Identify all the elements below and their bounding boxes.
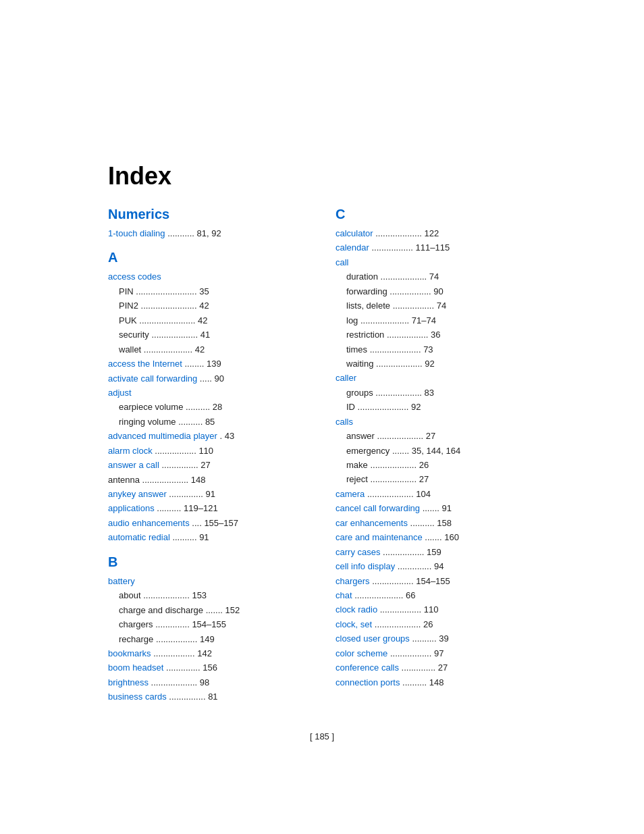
- entry-label: business cards: [108, 692, 167, 702]
- entry-page: 110: [198, 446, 213, 456]
- entry-label: closed user groups: [336, 633, 410, 644]
- list-item: reject ................... 27: [336, 472, 536, 486]
- entry-dots: ...................: [149, 330, 200, 340]
- entry-label: answer: [346, 431, 375, 441]
- content-area: Index Numerics1-touch dialing ..........…: [0, 0, 644, 796]
- entry-dots: ..........: [410, 633, 439, 644]
- list-item: alarm clock ................. 110: [108, 444, 308, 458]
- entry-label: security: [119, 330, 149, 340]
- list-item: make ................... 26: [336, 458, 536, 472]
- entry-page: 35: [199, 286, 209, 296]
- list-item: conference calls .............. 27: [336, 660, 536, 675]
- entry-dots: ..........: [155, 503, 184, 513]
- entry-page: 92: [425, 359, 434, 369]
- entry-dots: ...................: [368, 474, 419, 484]
- entry-label: clock radio: [336, 604, 377, 615]
- entry-label: times: [346, 344, 367, 355]
- list-item: ringing volume .......... 85: [108, 415, 308, 429]
- list-item: anykey answer .............. 91: [108, 487, 308, 501]
- entry-dots: ...................: [141, 590, 192, 600]
- entry-page: 83: [425, 388, 434, 398]
- entry-dots: ..........: [183, 402, 212, 412]
- list-item: antenna ................... 148: [108, 473, 308, 487]
- entry-dots: ....................: [358, 315, 411, 325]
- entry-dots: .................: [390, 301, 437, 311]
- list-item: access the Internet ........ 139: [108, 357, 308, 371]
- entry-label: chargers: [119, 619, 153, 629]
- entry-label: about: [119, 590, 141, 600]
- entry-label: calculator: [336, 228, 373, 238]
- entry-dots: ..........: [408, 518, 437, 528]
- entry-label: carry cases: [336, 547, 380, 557]
- list-item: earpiece volume .......... 28: [108, 400, 308, 414]
- entry-dots: ...................: [140, 475, 191, 485]
- entry-dots: ..........: [170, 532, 199, 542]
- entry-label: groups: [346, 388, 373, 398]
- entry-label: car enhancements: [336, 518, 408, 528]
- list-item: camera ................... 104: [336, 487, 536, 501]
- entry-page: 43: [225, 431, 234, 441]
- list-item: recharge ................. 149: [108, 632, 308, 646]
- list-item: duration ................... 74: [336, 269, 536, 284]
- entry-page: 98: [200, 677, 209, 687]
- entry-dots: ....: [190, 518, 205, 528]
- list-item: cancel call forwarding ....... 91: [336, 501, 536, 515]
- list-item: caller: [336, 371, 536, 385]
- index-columns: Numerics1-touch dialing ........... 81, …: [108, 207, 536, 704]
- list-item: answer a call ............... 27: [108, 458, 308, 472]
- list-item: closed user groups .......... 39: [336, 631, 536, 646]
- entry-page: 91: [206, 489, 215, 499]
- list-item: about ................... 153: [108, 588, 308, 602]
- entry-label: advanced multimedia player: [108, 431, 217, 441]
- entry-dots: ..............: [399, 662, 438, 673]
- list-item: carry cases ................. 159: [336, 545, 536, 559]
- entry-page: 142: [197, 648, 212, 658]
- entry-label: ID: [346, 402, 355, 412]
- entry-page: 148: [191, 475, 206, 485]
- entry-label: forwarding: [346, 286, 387, 296]
- entry-page: 160: [444, 532, 459, 542]
- entry-label: bookmarks: [108, 648, 151, 658]
- entry-label: 1-touch dialing: [108, 228, 165, 238]
- entry-dots: .................: [153, 446, 199, 456]
- entry-label: answer a call: [108, 460, 159, 470]
- entry-label: adjust: [108, 388, 132, 398]
- list-item: clock, set ................... 26: [336, 617, 536, 631]
- entry-label: PUK: [119, 315, 137, 325]
- list-item: calls: [336, 415, 536, 429]
- entry-dots: .......: [390, 446, 412, 456]
- list-item: boom headset .............. 156: [108, 660, 308, 675]
- left-column: Numerics1-touch dialing ........... 81, …: [108, 207, 308, 704]
- list-item: groups ................... 83: [336, 386, 536, 400]
- entry-label: camera: [336, 489, 365, 499]
- entry-page: 36: [431, 330, 440, 340]
- entry-label: access the Internet: [108, 359, 182, 369]
- list-item: applications .......... 119–121: [108, 501, 308, 515]
- entry-dots: .................: [369, 242, 416, 253]
- entry-label: cell info display: [336, 561, 395, 571]
- entry-dots: .......................: [138, 301, 199, 311]
- entry-dots: ...............: [167, 692, 208, 702]
- section-letter: A: [108, 250, 308, 265]
- entry-label: duration: [346, 271, 378, 282]
- entry-dots: ...................: [373, 359, 425, 369]
- entry-label: care and maintenance: [336, 532, 423, 542]
- entry-label: audio enhancements: [108, 518, 190, 528]
- entry-dots: .......: [423, 532, 445, 542]
- entry-label: calls: [336, 417, 353, 427]
- list-item: audio enhancements .... 155–157: [108, 516, 308, 530]
- entry-page: 158: [437, 518, 452, 528]
- list-item: calculator ................... 122: [336, 226, 536, 240]
- entry-dots: ...................: [373, 388, 425, 398]
- entry-page: 35, 144, 164: [412, 446, 460, 456]
- entry-page: 27: [438, 662, 448, 673]
- list-item: battery: [108, 574, 308, 588]
- entry-label: battery: [108, 576, 135, 586]
- entry-dots: ...................: [372, 619, 423, 629]
- list-item: log .................... 71–74: [336, 313, 536, 328]
- entry-dots: .................: [387, 648, 434, 658]
- entry-page: 42: [195, 344, 205, 355]
- entry-dots: ...................: [368, 460, 419, 470]
- entry-page: 27: [419, 474, 429, 484]
- entry-dots: ...................: [149, 677, 200, 687]
